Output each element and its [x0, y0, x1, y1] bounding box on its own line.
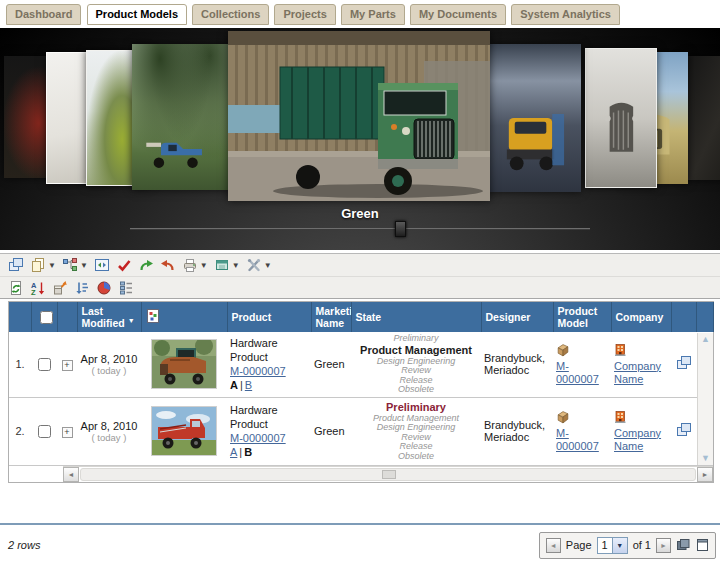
scroll-down-icon[interactable]: ▼: [701, 454, 710, 463]
date-note: ( today ): [80, 365, 138, 376]
state-item: Preliminary: [354, 334, 478, 344]
row-number: 2.: [9, 397, 31, 465]
scroll-up-icon[interactable]: ▲: [701, 335, 710, 344]
previous-page-button[interactable]: ◄: [546, 538, 561, 553]
product-image-carousel: Green: [0, 28, 720, 250]
last-modified-date: Apr 8, 2010: [80, 353, 138, 365]
refresh-icon[interactable]: [5, 278, 27, 298]
chevron-down-icon: ▼: [232, 261, 240, 270]
row-print-icon[interactable]: [676, 355, 692, 371]
marketing-name-cell: Green: [311, 332, 351, 397]
row-print-icon[interactable]: [676, 422, 692, 438]
carousel-caption: Green: [0, 206, 720, 221]
vertical-scrollbar[interactable]: ▲ ▼: [697, 333, 713, 465]
header-marketing-name[interactable]: Marketing Name: [311, 302, 351, 332]
row-checkbox[interactable]: [38, 358, 51, 371]
product-model-link[interactable]: M-0000007: [556, 360, 599, 385]
company-link[interactable]: Company Name: [614, 427, 661, 452]
sort-descending-icon[interactable]: ▼: [128, 317, 135, 324]
horizontal-scroll-track[interactable]: [80, 468, 696, 481]
table-toolbar: ▼ ▼ ▼ ▼ ▼ AZ: [0, 253, 720, 299]
sort-az-icon[interactable]: AZ: [27, 278, 49, 298]
table-header-row: Last Modified▼ Product Marketing Name St…: [9, 302, 713, 332]
chevron-down-icon: ▼: [48, 261, 56, 270]
carousel-center-image-green-truck[interactable]: [228, 31, 490, 201]
header-select-all: [31, 302, 57, 332]
compare-window-icon[interactable]: [91, 255, 113, 275]
header-product[interactable]: Product: [227, 302, 311, 332]
header-scrollbar-spacer: [696, 302, 713, 332]
select-all-checkbox[interactable]: [40, 311, 53, 324]
row-thumbnail-fire-truck[interactable]: [151, 406, 217, 456]
scroll-right-icon[interactable]: ►: [697, 467, 713, 482]
tab-my-parts[interactable]: My Parts: [341, 4, 405, 25]
header-thumbnail[interactable]: [141, 302, 227, 332]
row-count-label: 2 rows: [8, 539, 40, 551]
header-company[interactable]: Company: [611, 302, 671, 332]
tab-product-models[interactable]: Product Models: [87, 4, 188, 25]
company-link[interactable]: Company Name: [614, 360, 661, 385]
state-cell: Preliminary Product Management Design En…: [351, 332, 481, 397]
maximize-window-icon[interactable]: [696, 538, 709, 552]
last-modified-date: Apr 8, 2010: [80, 420, 138, 432]
date-note: ( today ): [80, 432, 138, 443]
state-item: Obsolete: [354, 385, 478, 395]
open-in-window-icon[interactable]: [676, 538, 691, 552]
page-of-label: of 1: [633, 539, 651, 551]
carousel-slider-thumb[interactable]: [395, 221, 406, 237]
expand-toggle[interactable]: +: [62, 427, 73, 438]
header-state[interactable]: State: [351, 302, 481, 332]
version-current: A: [230, 379, 238, 391]
printer-icon[interactable]: ▼: [179, 255, 211, 275]
tab-my-documents[interactable]: My Documents: [410, 4, 506, 25]
row-checkbox[interactable]: [38, 425, 51, 438]
designer-cell: Brandybuck,Meriadoc: [481, 397, 553, 465]
table-export-icon[interactable]: ▼: [211, 255, 243, 275]
toolbar-row-2: AZ: [0, 276, 720, 298]
footer: 2 rows ◄ Page 1 ▼ of 1 ►: [0, 525, 720, 559]
carousel-card-yellow-truck[interactable]: [487, 44, 581, 192]
check-in-icon[interactable]: [135, 255, 157, 275]
filter-box-icon[interactable]: [49, 278, 71, 298]
header-product-model[interactable]: Product Model: [553, 302, 611, 332]
table-row: 1. + Apr 8, 2010( today ) Hardware Produ…: [9, 332, 713, 397]
sort-multi-icon[interactable]: [71, 278, 93, 298]
tab-collections[interactable]: Collections: [192, 4, 269, 25]
carousel-card-blue-truck[interactable]: [132, 44, 232, 190]
company-building-icon: [614, 343, 627, 357]
header-last-modified[interactable]: Last Modified▼: [77, 302, 141, 332]
page-select[interactable]: 1 ▼: [597, 537, 628, 554]
red-check-icon[interactable]: [113, 255, 135, 275]
thumbnail-icon: [146, 308, 160, 324]
carousel-card-vintage-grille[interactable]: [585, 48, 657, 188]
scroll-left-icon[interactable]: ◄: [63, 467, 79, 482]
chevron-down-icon[interactable]: ▼: [612, 538, 627, 553]
view-columns-icon[interactable]: [115, 278, 137, 298]
horizontal-scroll-thumb[interactable]: [382, 470, 396, 479]
tab-projects[interactable]: Projects: [274, 4, 335, 25]
product-number-link[interactable]: M-0000007: [230, 365, 286, 377]
tab-system-analytics[interactable]: System Analytics: [511, 4, 620, 25]
print-preview-icon[interactable]: [5, 255, 27, 275]
version-link[interactable]: B: [245, 379, 252, 391]
header-expand: [57, 302, 77, 332]
header-designer[interactable]: Designer: [481, 302, 553, 332]
copy-icon[interactable]: ▼: [27, 255, 59, 275]
page-label: Page: [566, 539, 592, 551]
tab-dashboard[interactable]: Dashboard: [6, 4, 81, 25]
check-out-icon[interactable]: [157, 255, 179, 275]
structure-icon[interactable]: ▼: [59, 255, 91, 275]
pagination-control: ◄ Page 1 ▼ of 1 ►: [539, 532, 716, 559]
carousel-slider-track[interactable]: [130, 228, 590, 230]
horizontal-scrollbar[interactable]: ◄ ►: [63, 466, 713, 482]
row-number: 1.: [9, 332, 31, 397]
product-number-link[interactable]: M-0000007: [230, 432, 286, 444]
tools-icon[interactable]: ▼: [243, 255, 275, 275]
row-thumbnail-rusty-truck[interactable]: [151, 339, 217, 389]
next-page-button[interactable]: ►: [656, 538, 671, 553]
expand-toggle[interactable]: +: [62, 360, 73, 371]
pie-chart-icon[interactable]: [93, 278, 115, 298]
product-model-link[interactable]: M-0000007: [556, 427, 599, 452]
product-type: Hardware Product: [230, 403, 308, 431]
designer-cell: Brandybuck,Meriadoc: [481, 332, 553, 397]
